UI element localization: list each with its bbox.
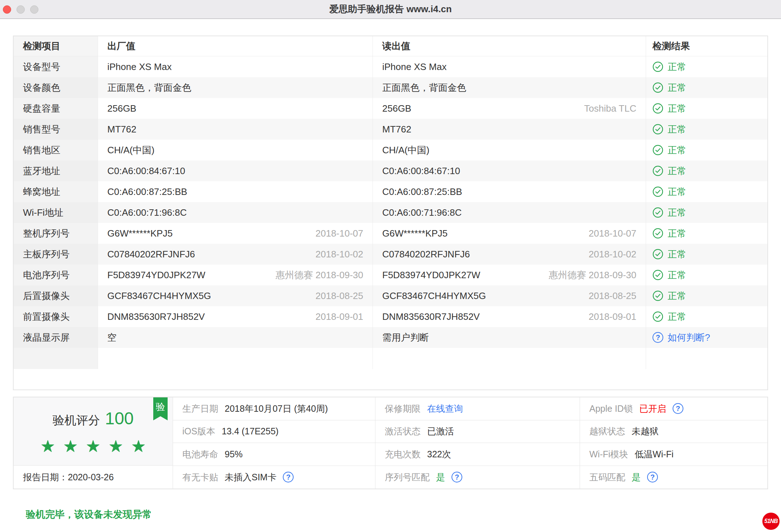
read-value: CH/A(中国): [382, 144, 429, 157]
factory-value: C0:A6:00:84:67:10: [107, 165, 185, 177]
check-circle-icon: [653, 249, 663, 260]
read-value: C0:A6:00:84:67:10: [382, 165, 460, 177]
factory-note: 2018-10-07: [315, 228, 363, 239]
item-label: 销售型号: [14, 119, 98, 140]
check-circle-icon: [653, 270, 663, 280]
header-factory: 出厂值: [98, 36, 373, 56]
read-note: Toshiba TLC: [584, 103, 637, 114]
read-value: C0:A6:00:71:96:8C: [382, 207, 462, 218]
ios-version-label: iOS版本: [182, 425, 215, 437]
table-row: 主板序列号 C07840202RFJNFJ62018-10-02 C078402…: [14, 244, 767, 265]
report-date: 报告日期： 2020-03-26: [14, 466, 173, 489]
check-circle-icon: [653, 61, 663, 72]
check-circle-icon: [653, 103, 663, 114]
table-row: 电池序列号 F5D83974YD0JPK27W惠州德赛 2018-09-30 F…: [14, 265, 767, 285]
check-circle-icon: [653, 290, 663, 301]
read-value: iPhone XS Max: [382, 61, 446, 73]
read-note: 2018-09-01: [589, 311, 636, 322]
item-label: 设备颜色: [14, 77, 98, 98]
production-date-value: 2018年10月07日 (第40周): [225, 403, 328, 415]
score-value: 100: [105, 409, 134, 428]
score-cell: 验 验机评分 100 ★★★★★: [14, 397, 173, 466]
minimize-button[interactable]: [17, 5, 25, 14]
read-note: 2018-08-25: [589, 290, 636, 302]
battery-life-value: 95%: [225, 449, 243, 459]
charge-count-value: 322次: [427, 448, 451, 460]
how-to-judge-link[interactable]: 如何判断?: [668, 331, 710, 344]
close-button[interactable]: [3, 5, 11, 14]
factory-note: 2018-09-01: [315, 311, 363, 322]
traffic-lights: [3, 5, 38, 14]
battery-life-label: 电池寿命: [182, 448, 218, 460]
factory-value: GCF83467CH4HYMX5G: [107, 290, 211, 302]
table-row: 销售地区 CH/A(中国) CH/A(中国) 正常: [14, 140, 767, 160]
check-circle-icon: [653, 311, 663, 322]
warranty-query-link[interactable]: 在线查询: [427, 403, 463, 415]
table-header-row: 检测项目 出厂值 读出值 检测结果: [14, 36, 767, 56]
factory-value: 256GB: [107, 103, 136, 114]
check-circle-icon: [653, 228, 663, 239]
report-date-value: 2020-03-26: [68, 472, 114, 482]
factory-note: 2018-10-02: [315, 249, 363, 260]
serial-match-label: 序列号匹配: [385, 471, 430, 483]
jailbreak-status-label: 越狱状态: [589, 425, 625, 437]
factory-value: G6W******KPJ5: [107, 228, 173, 239]
check-circle-icon: [653, 186, 663, 197]
header-read: 读出值: [373, 36, 646, 56]
factory-value: F5D83974YD0JPK27W: [107, 270, 205, 281]
result-label: 正常: [668, 227, 686, 240]
table-row: 后置摄像头 GCF83467CH4HYMX5G2018-08-25 GCF834…: [14, 285, 767, 306]
factory-value: C0:A6:00:71:96:8C: [107, 207, 187, 218]
header-result: 检测结果: [646, 36, 767, 56]
report-page: 检测项目 出厂值 读出值 检测结果 设备型号 iPhone XS Max iPh…: [0, 19, 781, 521]
five-code-match-value: 是: [632, 471, 641, 483]
summary-column-1: 生产日期2018年10月07日 (第40周) iOS版本13.4 (17E255…: [173, 397, 375, 489]
factory-note: 惠州德赛 2018-09-30: [276, 269, 363, 281]
charge-count-label: 充电次数: [385, 448, 421, 460]
table-row: Wi-Fi地址 C0:A6:00:71:96:8C C0:A6:00:71:96…: [14, 202, 767, 223]
result-label: 正常: [668, 61, 686, 73]
item-label: 主板序列号: [14, 244, 98, 265]
summary-section: 验 验机评分 100 ★★★★★ 报告日期： 2020-03-26 生产日期20…: [13, 397, 768, 489]
sim-sticker-label: 有无卡贴: [182, 471, 218, 483]
help-icon[interactable]: ?: [647, 472, 658, 482]
51nb-logo: 51NB: [762, 513, 780, 530]
read-value: C07840202RFJNFJ6: [382, 249, 470, 260]
score-label: 验机评分: [52, 412, 100, 429]
result-label: 正常: [668, 144, 686, 157]
read-value: GCF83467CH4HYMX5G: [382, 290, 486, 302]
star-rating-icon: ★★★★★: [40, 438, 154, 454]
factory-note: 2018-08-25: [315, 290, 363, 302]
verification-table: 检测项目 出厂值 读出值 检测结果 设备型号 iPhone XS Max iPh…: [13, 36, 768, 390]
table-row: 前置摄像头 DNM835630R7JH852V2018-09-01 DNM835…: [14, 306, 767, 327]
help-icon[interactable]: ?: [452, 472, 462, 482]
table-row: 销售型号 MT762 MT762 正常: [14, 119, 767, 140]
help-icon[interactable]: ?: [673, 403, 683, 414]
check-circle-icon: [653, 165, 663, 176]
table-row: 蜂窝地址 C0:A6:00:87:25:BB C0:A6:00:87:25:BB…: [14, 181, 767, 202]
read-value: 256GB: [382, 103, 411, 114]
apple-id-lock-value: 已开启: [639, 403, 666, 415]
factory-value: iPhone XS Max: [107, 61, 172, 73]
read-note: 2018-10-02: [589, 249, 636, 260]
item-label: 后置摄像头: [14, 285, 98, 306]
factory-value: MT762: [107, 124, 136, 135]
read-note: 惠州德赛 2018-09-30: [549, 269, 636, 281]
factory-value: C0:A6:00:87:25:BB: [107, 186, 187, 197]
question-circle-icon[interactable]: ?: [653, 332, 663, 343]
header-item: 检测项目: [14, 36, 98, 56]
result-label: 正常: [668, 290, 686, 302]
help-icon[interactable]: ?: [283, 472, 294, 482]
summary-column-3: Apple ID锁已开启? 越狱状态未越狱 Wi-Fi模块低温Wi-Fi 五码匹…: [580, 397, 767, 489]
result-label: 正常: [668, 165, 686, 177]
summary-column-2: 保修期限在线查询 激活状态已激活 充电次数322次 序列号匹配是?: [375, 397, 580, 489]
report-date-label: 报告日期：: [23, 471, 68, 483]
item-label: 液晶显示屏: [14, 327, 98, 348]
zoom-button[interactable]: [30, 5, 38, 14]
item-label: Wi-Fi地址: [14, 202, 98, 223]
verification-complete-message: 验机完毕，该设备未发现异常: [26, 508, 768, 521]
score-block: 验 验机评分 100 ★★★★★ 报告日期： 2020-03-26: [14, 397, 173, 489]
five-code-match-label: 五码匹配: [589, 471, 625, 483]
wifi-module-label: Wi-Fi模块: [589, 448, 628, 460]
result-label: 正常: [668, 186, 686, 198]
